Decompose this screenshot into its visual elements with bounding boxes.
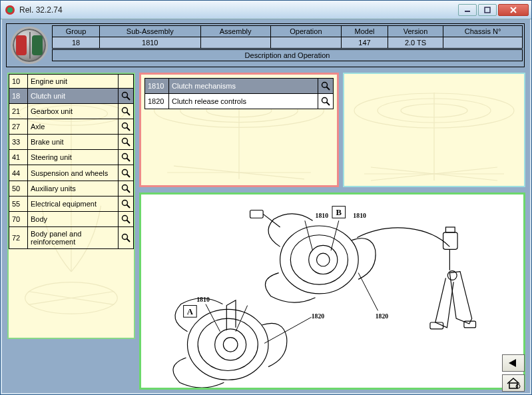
description-row: Description and Operation (52, 49, 523, 61)
app-window: Rel. 32.2.74 Group Sub-Assembly (0, 0, 532, 395)
preview-panel (343, 73, 525, 187)
group-row[interactable]: 27Axle (9, 119, 134, 135)
svg-line-45 (236, 306, 248, 332)
val-sub-assembly: 1810 (100, 37, 201, 49)
sub-num: 1810 (145, 79, 169, 94)
group-num: 27 (9, 119, 28, 135)
maximize-button[interactable] (478, 4, 497, 16)
sub-assembly-row[interactable]: 1810Clutch mechanisms (145, 79, 334, 94)
group-row[interactable]: 18Clutch unit (9, 89, 134, 104)
svg-point-27 (309, 245, 338, 274)
svg-line-17 (174, 166, 304, 179)
svg-line-42 (331, 220, 339, 250)
svg-point-51 (516, 384, 520, 388)
magnify-icon (121, 153, 131, 162)
group-row[interactable]: 70Body (9, 211, 134, 226)
callout-1810-upper-r: 1810 (353, 212, 366, 219)
group-mag-cell[interactable] (119, 135, 134, 150)
col-model: Model (342, 26, 388, 37)
davinci-watermark (344, 74, 524, 187)
svg-line-23 (371, 167, 497, 181)
svg-point-39 (215, 329, 246, 360)
sub-assembly-panel: 1810Clutch mechanisms1820Clutch release … (139, 73, 339, 187)
svg-rect-29 (443, 232, 458, 249)
val-group: 18 (53, 37, 100, 49)
minimize-button[interactable] (458, 4, 477, 16)
back-button[interactable] (502, 354, 525, 372)
callout-1820-upper: 1820 (376, 312, 389, 320)
group-row[interactable]: 50Auxiliary units (9, 181, 134, 196)
group-mag-cell[interactable] (119, 119, 134, 135)
group-row[interactable]: 55Electrical equipment (9, 196, 134, 211)
group-mag-cell (119, 75, 134, 89)
group-label: Body panel and reinforcement (28, 226, 119, 248)
group-label: Axle (28, 119, 119, 135)
close-icon (509, 7, 517, 13)
header-box: Group Sub-Assembly Assembly Operation Mo… (6, 23, 525, 67)
svg-point-25 (280, 226, 359, 294)
col-assembly: Assembly (200, 26, 270, 37)
window-title: Rel. 32.2.74 (19, 5, 457, 15)
col-version: Version (388, 26, 443, 37)
group-row[interactable]: 72Body panel and reinforcement (9, 226, 134, 248)
close-button[interactable] (498, 4, 529, 16)
diagram-panel[interactable]: A B 1810 1810 1820 1810 1820 (139, 193, 525, 390)
group-label: Suspension and wheels (28, 165, 119, 181)
val-version: 2.0 TS (388, 37, 443, 49)
svg-point-40 (223, 338, 238, 352)
svg-rect-30 (445, 227, 455, 232)
group-row[interactable]: 10Engine unit (9, 75, 134, 89)
group-row[interactable]: 41Steering unit (9, 150, 134, 165)
callout-B: B (336, 208, 342, 217)
group-row[interactable]: 21Gearbox unit (9, 104, 134, 119)
group-mag-cell[interactable] (119, 150, 134, 165)
group-label: Brake unit (28, 135, 119, 150)
magnify-icon (121, 122, 131, 131)
sub-assembly-row[interactable]: 1820Clutch release controls (145, 94, 334, 109)
callout-1810-lower: 1810 (196, 296, 210, 303)
sub-mag-cell[interactable] (318, 79, 334, 94)
group-num: 18 (9, 89, 28, 104)
val-operation (270, 37, 341, 49)
group-mag-cell[interactable] (119, 226, 134, 248)
sub-label: Clutch release controls (169, 94, 318, 109)
group-mag-cell[interactable] (119, 211, 134, 226)
val-model: 147 (342, 37, 388, 49)
home-button[interactable] (502, 374, 525, 392)
svg-rect-3 (485, 7, 490, 13)
val-chassis (443, 37, 523, 49)
svg-point-37 (188, 309, 268, 380)
svg-point-18 (354, 93, 514, 128)
magnify-icon (121, 137, 131, 147)
group-mag-cell[interactable] (119, 104, 134, 119)
group-row[interactable]: 44Suspension and wheels (9, 165, 134, 181)
group-num: 44 (9, 165, 28, 181)
group-mag-cell[interactable] (119, 181, 134, 196)
window-controls (457, 4, 529, 16)
group-mag-cell[interactable] (119, 89, 134, 104)
svg-line-43 (358, 273, 378, 311)
magnify-icon (121, 107, 131, 116)
group-num: 21 (9, 104, 28, 119)
group-mag-cell[interactable] (119, 196, 134, 211)
client-area: Group Sub-Assembly Assembly Operation Mo… (2, 19, 530, 393)
svg-point-1 (7, 7, 13, 13)
group-row[interactable]: 33Brake unit (9, 135, 134, 150)
group-num: 72 (9, 226, 28, 248)
app-icon (5, 5, 15, 15)
magnify-icon (321, 97, 330, 106)
maximize-icon (484, 7, 491, 13)
group-label: Gearbox unit (28, 104, 119, 119)
group-num: 41 (9, 150, 28, 165)
group-mag-cell[interactable] (119, 165, 134, 181)
magnify-icon (121, 199, 131, 208)
callout-1810-upper-l: 1810 (316, 212, 329, 219)
magnify-icon (321, 81, 330, 91)
brand-logo (11, 27, 48, 64)
sub-mag-cell[interactable] (318, 94, 334, 109)
nav-buttons (502, 352, 526, 392)
col-operation: Operation (270, 26, 341, 37)
svg-point-28 (316, 253, 330, 266)
back-icon (507, 358, 520, 368)
group-num: 33 (9, 135, 28, 150)
